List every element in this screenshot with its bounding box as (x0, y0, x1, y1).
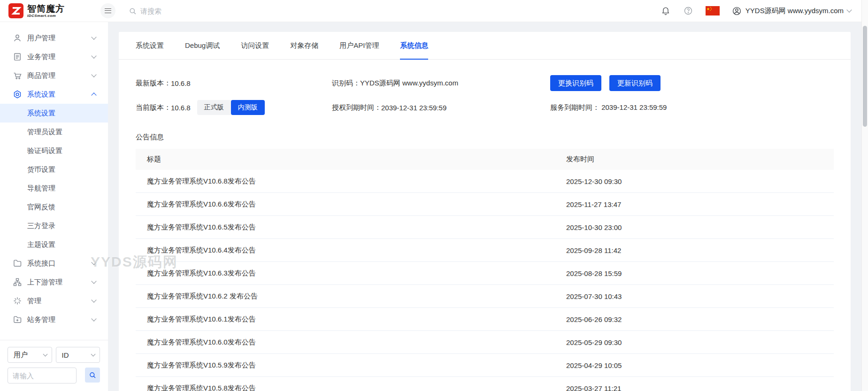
top-header: 智简魔方 IDCSmart.com (0, 0, 861, 22)
user-icon (13, 33, 22, 43)
gear-icon (13, 90, 22, 99)
menu-toggle-button[interactable] (100, 3, 115, 18)
tab-2[interactable]: Debug调试 (185, 32, 220, 59)
announcement-row[interactable]: 魔方业务管理系统V10.5.8发布公告 2025-03-27 11:21 (136, 377, 834, 391)
announcement-title: 魔方业务管理系统V10.6.0发布公告 (136, 338, 566, 347)
auth-expire-label: 授权到期时间： (332, 103, 381, 112)
id-code-value: YYDS源码网 www.yydsym.com (360, 79, 458, 88)
announcement-row[interactable]: 魔方业务管理系统V10.6.2 发布公告 2025-07-30 10:43 (136, 285, 834, 308)
tab-5[interactable]: 用户API管理 (339, 32, 379, 59)
announcement-date: 2025-05-29 09:30 (566, 338, 834, 346)
hierarchy-icon (13, 277, 22, 287)
sidebar-item[interactable]: 系统设置 (0, 85, 108, 104)
sidebar-item-label: 系统设置 (27, 90, 92, 99)
sidebar-item[interactable]: 上下游管理 (0, 273, 108, 291)
sidebar-item[interactable]: 三方登录 (0, 216, 108, 235)
scrollbar-thumb[interactable] (863, 26, 867, 127)
announcement-title: 魔方业务管理系统V10.6.4发布公告 (136, 246, 566, 255)
sidebar-item-label: 三方登录 (27, 222, 96, 230)
search-input[interactable] (140, 7, 234, 15)
table-header: 标题 发布时间 (136, 149, 834, 170)
change-id-code-button[interactable]: 更换识别码 (550, 75, 601, 91)
announcement-row[interactable]: 魔方业务管理系统V10.6.4发布公告 2025-09-28 11:42 (136, 239, 834, 262)
latest-version-value: 10.6.8 (171, 79, 191, 87)
search-icon (89, 371, 96, 379)
content-card: 系统设置Debug调试访问设置对象存储用户API管理系统信息 最新版本： 10.… (119, 32, 851, 391)
filter-type-select[interactable]: 用户 (8, 347, 52, 363)
sidebar-item-label: 用户管理 (27, 34, 92, 43)
sidebar-item-label: 站务管理 (27, 315, 92, 324)
language-flag-icon[interactable] (706, 6, 720, 15)
tab-3[interactable]: 访问设置 (241, 32, 269, 59)
sidebar-item-label: 主题设置 (27, 240, 96, 249)
chevron-down-icon (846, 7, 852, 12)
sidebar-item[interactable]: 系统接口 (0, 254, 108, 273)
service-expire-label: 服务到期时间： (550, 103, 599, 111)
notification-bell-icon[interactable] (661, 6, 671, 16)
filter-search-button[interactable] (85, 368, 100, 383)
announcement-row[interactable]: 魔方业务管理系统V10.6.8发布公告 2025-12-30 09:30 (136, 170, 834, 193)
announcement-row[interactable]: 魔方业务管理系统V10.5.9发布公告 2025-04-29 10:05 (136, 354, 834, 377)
sidebar-item[interactable]: 管理员设置 (0, 123, 108, 141)
id-code: 识别码： YYDS源码网 www.yydsym.com (332, 79, 550, 88)
filter-field-select[interactable]: ID (56, 347, 100, 363)
announcement-date: 2025-11-27 13:47 (566, 200, 834, 208)
search-icon (129, 7, 137, 15)
tab-1[interactable]: 系统设置 (136, 32, 164, 59)
logo-title: 智简魔方 (27, 4, 65, 13)
announcement-title: 魔方业务管理系统V10.6.3发布公告 (136, 269, 566, 278)
chevron-down-icon (91, 260, 96, 265)
chevron-down-icon (91, 297, 96, 302)
chevron-down-icon (91, 53, 96, 58)
account-menu[interactable]: YYDS源码网 www.yydsym.com (732, 6, 851, 16)
sidebar-item[interactable]: 货币设置 (0, 160, 108, 179)
chevron-down-icon (91, 34, 96, 39)
current-version-value: 10.6.8 (171, 104, 191, 112)
sidebar-item-label: 管理员设置 (27, 128, 96, 137)
update-id-code-button[interactable]: 更新识别码 (609, 75, 661, 91)
tab-6[interactable]: 系统信息 (400, 32, 428, 59)
sidebar-item[interactable]: 商品管理 (0, 66, 108, 85)
announcement-date: 2025-10-30 23:00 (566, 223, 834, 231)
filter-keyword-input[interactable] (8, 368, 77, 383)
channel-option[interactable]: 正式版 (197, 100, 231, 115)
sidebar-item[interactable]: 管理 (0, 291, 108, 310)
burst-icon (13, 296, 22, 306)
vertical-scrollbar[interactable] (861, 0, 868, 391)
sidebar-item-label: 管理 (27, 297, 92, 306)
chevron-down-icon (91, 316, 96, 321)
sidebar-item[interactable]: 主题设置 (0, 235, 108, 254)
announcement-row[interactable]: 魔方业务管理系统V10.6.6发布公告 2025-11-27 13:47 (136, 193, 834, 216)
sidebar-item-label: 系统接口 (27, 259, 92, 268)
service-expire: 服务到期时间： 2039-12-31 23:59:59 (550, 103, 667, 112)
logo-subtitle: IDCSmart.com (27, 14, 65, 18)
sidebar-item[interactable]: 用户管理 (0, 29, 108, 47)
announcement-title: 魔方业务管理系统V10.6.1发布公告 (136, 315, 566, 324)
sidebar-item[interactable]: 官网反馈 (0, 198, 108, 216)
announcement-title: 魔方业务管理系统V10.6.8发布公告 (136, 177, 566, 186)
app-window: 智简魔方 IDCSmart.com (0, 0, 868, 391)
sidebar-item-label: 导航管理 (27, 184, 96, 193)
service-expire-value: 2039-12-31 23:59:59 (601, 103, 667, 111)
announcement-row[interactable]: 魔方业务管理系统V10.6.1发布公告 2025-06-26 09:32 (136, 308, 834, 331)
filter-type-value: 用户 (14, 351, 28, 360)
current-version-label: 当前版本： (136, 103, 171, 112)
announcement-date: 2025-12-30 09:30 (566, 177, 834, 185)
folder-plus-icon (13, 315, 22, 324)
sidebar-item[interactable]: 系统设置 (0, 104, 108, 123)
help-icon[interactable] (683, 6, 693, 16)
tab-4[interactable]: 对象存储 (290, 32, 318, 59)
announcement-row[interactable]: 魔方业务管理系统V10.6.3发布公告 2025-08-28 15:59 (136, 262, 834, 285)
sidebar-item[interactable]: 导航管理 (0, 179, 108, 198)
announcement-row[interactable]: 魔方业务管理系统V10.6.5发布公告 2025-10-30 23:00 (136, 216, 834, 239)
channel-option[interactable]: 内测版 (231, 100, 265, 115)
sidebar-item-label: 上下游管理 (27, 278, 92, 287)
logo[interactable]: 智简魔方 IDCSmart.com (0, 3, 99, 18)
sidebar-item[interactable]: 站务管理 (0, 310, 108, 329)
chevron-up-icon (91, 92, 96, 98)
column-date: 发布时间 (566, 155, 834, 164)
sidebar-item[interactable]: 业务管理 (0, 47, 108, 66)
sidebar-item[interactable]: 验证码设置 (0, 141, 108, 160)
announcement-row[interactable]: 魔方业务管理系统V10.6.0发布公告 2025-05-29 09:30 (136, 331, 834, 354)
header-search (129, 7, 234, 15)
